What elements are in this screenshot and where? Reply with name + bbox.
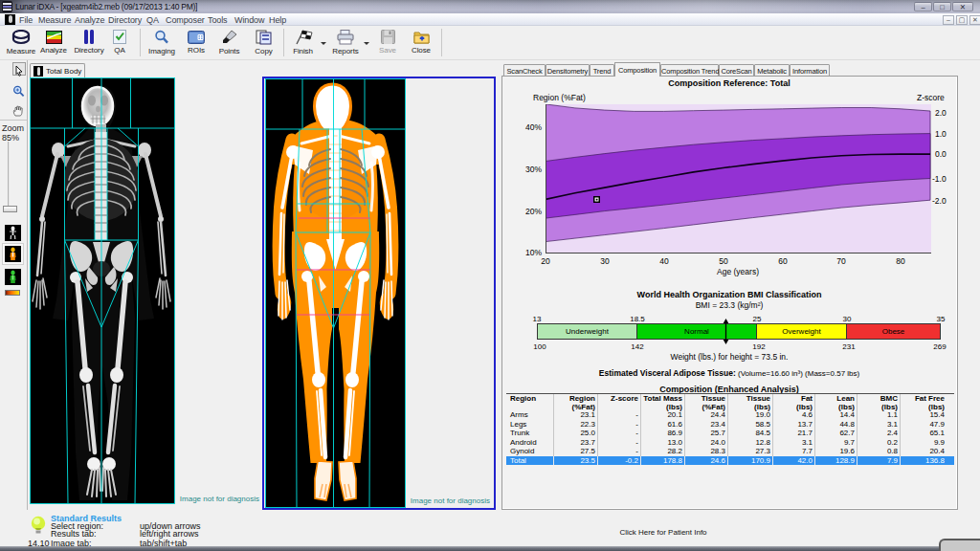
tool-reports[interactable]: Reports [328, 30, 363, 55]
image-toolbox: Zoom 85% [0, 60, 28, 510]
scan-image-bone [30, 77, 175, 504]
tool-copy[interactable]: Copy [249, 30, 278, 55]
window-titlebar: Lunar iDXA - [xgeatm4ib2.meb (09/17/2013… [0, 0, 980, 13]
btn-maximize[interactable]: □ [933, 2, 951, 11]
reference-chart [546, 104, 931, 253]
tool-measure[interactable]: Measure [4, 30, 38, 55]
tool-imaging[interactable]: Imaging [145, 30, 178, 55]
tool-qa[interactable]: QA [107, 30, 132, 55]
disclaimer-right: Image not for diagnosis [411, 496, 490, 505]
btn-close[interactable]: ✕ [952, 2, 973, 11]
tool-close[interactable]: Close [407, 30, 435, 55]
bmi-title: World Health Organization BMI Classifica… [637, 290, 822, 299]
lunar-idxa-application: Lunar iDXA - [xgeatm4ib2.meb (09/17/2013… [0, 0, 980, 551]
tool-analyze[interactable]: Analyze [38, 30, 69, 55]
tool-rois[interactable]: ROIs [182, 30, 211, 55]
tool-finish[interactable]: Finish [288, 30, 318, 55]
bmi-bar: Underweight Normal Overweight Obese [537, 323, 941, 340]
thumb-tissue[interactable] [5, 269, 21, 285]
tool-directory[interactable]: Directory [71, 30, 107, 55]
disclaimer-left: Image not for diagnosis [154, 495, 259, 503]
menubar: File Measure Analyze Directory QA Compos… [0, 13, 980, 26]
composition-table: RegionRegion (%Fat)Z-scoreTotal Mass (lb… [506, 393, 954, 465]
tool-save: Save [373, 30, 402, 55]
patient-info-link[interactable]: Click Here for Patient Info [619, 528, 706, 537]
tab-total-body[interactable]: Total Body [30, 63, 85, 77]
tab-composition[interactable]: Composition [614, 62, 660, 77]
tool-points[interactable]: Points [214, 30, 244, 55]
chart-title: Composition Reference: Total [668, 78, 790, 88]
scan-image-composition: Image not for diagnosis [262, 77, 496, 510]
btn-minimize[interactable]: – [914, 2, 932, 11]
thumb-bone[interactable] [5, 225, 21, 241]
toolbar: Measure Analyze Directory QA [0, 26, 980, 60]
thumb-composition[interactable] [5, 246, 21, 262]
status-bulb [30, 516, 47, 534]
